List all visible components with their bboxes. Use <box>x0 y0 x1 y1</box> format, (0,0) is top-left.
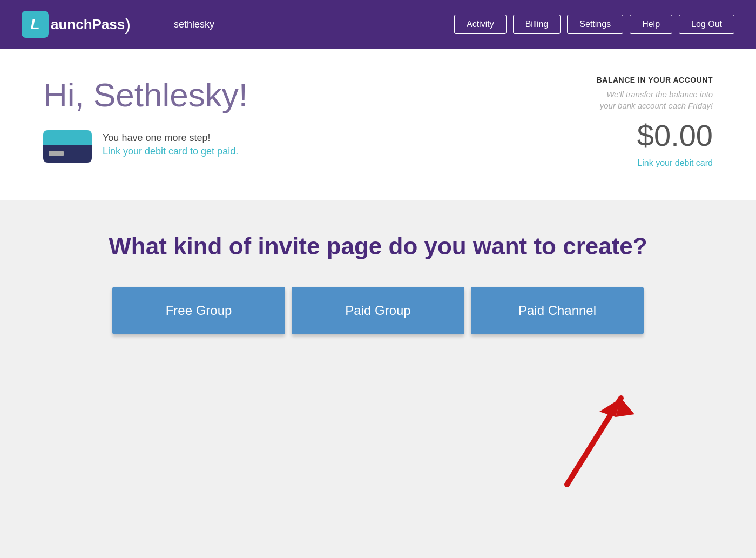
arrow-annotation <box>551 382 648 492</box>
logout-button[interactable]: Log Out <box>679 15 734 34</box>
balance-title: BALANCE IN YOUR ACCOUNT <box>597 76 713 84</box>
logo-icon: L <box>22 11 49 38</box>
logo: L aunchPass) <box>22 11 131 38</box>
card-prompt-row: You have one more step! Link your debit … <box>43 130 248 163</box>
username-label: sethlesky <box>174 19 438 30</box>
balance-section: BALANCE IN YOUR ACCOUNT We'll transfer t… <box>597 76 713 168</box>
invite-question-heading: What kind of invite page do you want to … <box>43 233 713 260</box>
invite-section: What kind of invite page do you want to … <box>0 200 756 525</box>
balance-subtitle-line2: your bank account each Friday! <box>600 101 713 110</box>
balance-subtitle-line1: We'll transfer the balance into <box>606 90 713 99</box>
balance-subtitle: We'll transfer the balance into your ban… <box>597 89 713 111</box>
step-text: You have one more step! <box>103 132 238 144</box>
card-text-block: You have one more step! Link your debit … <box>103 130 238 157</box>
nav-bar: Activity Billing Settings Help Log Out <box>454 15 734 34</box>
header: L aunchPass) sethlesky Activity Billing … <box>0 0 756 49</box>
debit-card-icon <box>43 130 92 163</box>
logo-text: aunchPass) <box>51 15 131 35</box>
hero-section: Hi, Sethlesky! You have one more step! L… <box>0 49 756 200</box>
free-group-button[interactable]: Free Group <box>112 287 285 334</box>
help-button[interactable]: Help <box>630 15 672 34</box>
settings-button[interactable]: Settings <box>567 15 623 34</box>
billing-button[interactable]: Billing <box>513 15 561 34</box>
link-debit-card[interactable]: Link your debit card to get paid. <box>103 146 238 157</box>
link-debit-card-balance[interactable]: Link your debit card <box>637 158 713 167</box>
paid-group-button[interactable]: Paid Group <box>292 287 464 334</box>
activity-button[interactable]: Activity <box>454 15 507 34</box>
arrow-icon <box>551 382 648 490</box>
invite-buttons-group: Free Group Paid Group Paid Channel <box>43 287 713 334</box>
balance-amount: $0.00 <box>597 118 713 153</box>
hero-left: Hi, Sethlesky! You have one more step! L… <box>43 76 248 163</box>
greeting-heading: Hi, Sethlesky! <box>43 76 248 114</box>
paid-channel-button[interactable]: Paid Channel <box>471 287 644 334</box>
